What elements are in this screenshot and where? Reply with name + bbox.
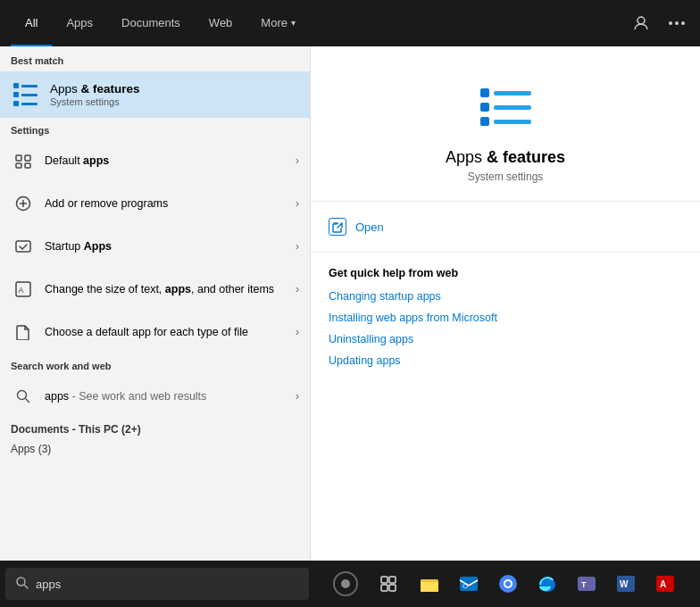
quick-help-link-2[interactable]: Installing web apps from Microsoft <box>329 312 682 324</box>
edge-button[interactable] <box>529 566 565 602</box>
search-web-item[interactable]: apps - See work and web results › <box>0 375 310 418</box>
settings-item-default-apps[interactable]: Default apps › <box>0 139 310 182</box>
search-web-label: Search work and web <box>0 353 310 375</box>
top-nav-actions <box>629 11 689 36</box>
file-explorer-button[interactable] <box>412 566 447 602</box>
best-match-title: Apps & features <box>50 82 299 96</box>
apps-count-label: Apps (3) <box>0 439 310 459</box>
app-info-section: Apps & features System settings <box>311 46 700 202</box>
taskbar: apps <box>0 561 700 607</box>
startup-apps-icon <box>11 234 36 259</box>
search-web-text: apps - See work and web results <box>45 390 296 403</box>
main-container: Best match Apps & features System settin… <box>0 46 700 607</box>
startup-apps-label: Startup Apps <box>45 240 296 253</box>
text-size-label: Change the size of text, apps, and other… <box>45 283 296 295</box>
svg-point-3 <box>681 21 685 25</box>
task-view-button[interactable] <box>369 564 408 603</box>
best-match-subtitle: System settings <box>50 96 299 107</box>
svg-point-1 <box>669 21 672 25</box>
chevron-right-icon-2: › <box>296 197 299 210</box>
people-icon[interactable] <box>629 11 654 36</box>
text-size-icon: A <box>11 277 36 302</box>
svg-rect-7 <box>25 163 30 168</box>
open-button[interactable]: Open <box>329 218 682 236</box>
top-nav-tabs: All Apps Documents Web More ▾ <box>11 0 629 46</box>
quick-help-title: Get quick help from web <box>329 267 682 279</box>
documents-label: Documents - This PC (2+) <box>0 418 310 439</box>
svg-text:W: W <box>620 579 629 589</box>
taskbar-search-box[interactable]: apps <box>5 568 309 600</box>
chrome-icon <box>497 573 519 595</box>
settings-item-text-size[interactable]: A Change the size of text, apps, and oth… <box>0 268 310 311</box>
settings-item-add-remove[interactable]: Add or remove programs › <box>0 182 310 225</box>
apps-features-icon <box>11 80 39 109</box>
right-panel: Apps & features System settings Open Get… <box>310 46 700 607</box>
quick-help-link-3[interactable]: Uninstalling apps <box>329 333 682 345</box>
chevron-down-icon: ▾ <box>291 18 296 28</box>
svg-rect-15 <box>389 577 396 583</box>
chevron-right-icon: › <box>296 154 299 167</box>
acrobat-icon: A <box>654 573 676 595</box>
svg-point-0 <box>638 17 645 24</box>
settings-label: Settings <box>0 118 310 139</box>
svg-text:T: T <box>581 580 587 589</box>
best-match-text: Apps & features System settings <box>50 82 299 107</box>
default-apps-label: Default apps <box>45 154 296 167</box>
svg-point-13 <box>17 578 25 586</box>
left-panel: Best match Apps & features System settin… <box>0 46 310 607</box>
svg-rect-4 <box>16 155 21 161</box>
acrobat-button[interactable]: A <box>647 566 683 602</box>
best-match-label: Best match <box>0 46 310 71</box>
chevron-right-icon-5: › <box>296 326 299 338</box>
svg-point-12 <box>18 391 27 400</box>
quick-help-link-1[interactable]: Changing startup apps <box>329 290 682 303</box>
teams-icon: T <box>576 573 597 595</box>
taskbar-search-icon <box>16 577 29 592</box>
svg-rect-17 <box>389 585 396 591</box>
svg-rect-26 <box>578 577 596 591</box>
svg-text:A: A <box>660 579 666 589</box>
word-button[interactable]: W <box>608 566 644 602</box>
add-remove-icon <box>11 191 36 216</box>
svg-point-2 <box>675 21 679 25</box>
default-file-app-icon <box>11 320 36 345</box>
tab-all[interactable]: All <box>11 0 52 46</box>
add-remove-label: Add or remove programs <box>45 197 296 210</box>
chrome-button[interactable] <box>490 566 526 602</box>
file-explorer-icon <box>419 573 440 595</box>
cortana-icon <box>333 571 358 596</box>
default-file-app-label: Choose a default app for each type of fi… <box>45 326 296 338</box>
svg-rect-14 <box>381 577 388 583</box>
svg-text:A: A <box>19 286 24 295</box>
chevron-right-icon-6: › <box>296 390 299 403</box>
quick-help-link-4[interactable]: Updating apps <box>329 354 682 367</box>
taskbar-search-text: apps <box>36 578 61 591</box>
outlook-button[interactable]: O <box>451 566 487 602</box>
top-nav-bar: All Apps Documents Web More ▾ <box>0 0 700 46</box>
quick-help-section: Get quick help from web Changing startup… <box>311 253 700 390</box>
default-apps-icon <box>11 148 36 173</box>
open-section: Open <box>311 202 700 253</box>
settings-item-default-file-app[interactable]: Choose a default app for each type of fi… <box>0 311 310 353</box>
app-icon-large <box>477 79 534 136</box>
tab-more[interactable]: More ▾ <box>246 0 310 46</box>
svg-rect-19 <box>421 582 438 592</box>
svg-rect-9 <box>16 241 30 252</box>
svg-point-24 <box>505 581 511 586</box>
edge-icon <box>537 573 558 595</box>
search-web-icon <box>11 384 36 409</box>
chevron-right-icon-3: › <box>296 240 299 253</box>
svg-text:O: O <box>462 582 468 590</box>
tab-apps[interactable]: Apps <box>52 0 107 46</box>
svg-rect-16 <box>381 585 388 591</box>
ellipsis-icon[interactable] <box>664 11 689 36</box>
tab-documents[interactable]: Documents <box>107 0 195 46</box>
app-subtitle: System settings <box>468 170 544 183</box>
best-match-item[interactable]: Apps & features System settings <box>0 71 310 118</box>
tab-web[interactable]: Web <box>195 0 247 46</box>
chevron-right-icon-4: › <box>296 283 299 295</box>
svg-rect-6 <box>16 163 21 168</box>
teams-button[interactable]: T <box>569 566 604 602</box>
settings-item-startup-apps[interactable]: Startup Apps › <box>0 225 310 268</box>
cortana-button[interactable] <box>326 564 365 603</box>
